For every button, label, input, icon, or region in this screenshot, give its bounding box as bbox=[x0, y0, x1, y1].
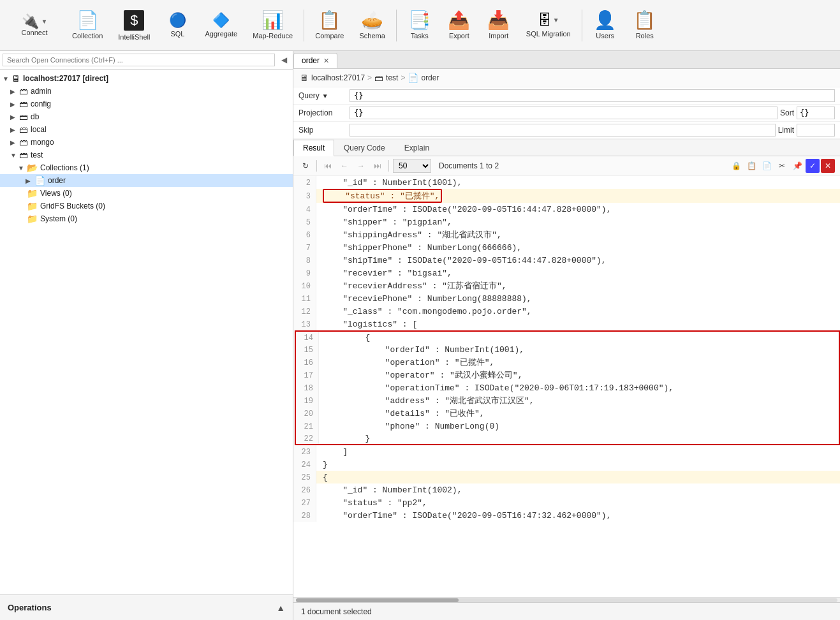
tab-order[interactable]: order ✕ bbox=[293, 53, 337, 68]
tree-label-db: db bbox=[31, 112, 39, 121]
line-number: 8 bbox=[293, 254, 316, 267]
connect-label: Connect bbox=[22, 29, 48, 36]
tree-label-system: System (0) bbox=[40, 214, 77, 223]
paste-icon[interactable]: 📄 bbox=[760, 159, 774, 173]
tree-item-db[interactable]: ▶ 🗃 db bbox=[0, 110, 293, 123]
tab-close-order[interactable]: ✕ bbox=[323, 57, 329, 65]
tree-arrow-test: ▼ bbox=[10, 152, 19, 159]
aggregate-label: Aggregate bbox=[205, 30, 237, 38]
connect-dropdown-arrow[interactable]: ▼ bbox=[41, 18, 48, 25]
check-icon[interactable]: ✓ bbox=[806, 159, 820, 173]
toolbar-compare[interactable]: 📋 Compare bbox=[308, 4, 351, 47]
line-number: 17 bbox=[296, 369, 319, 381]
toolbar-collection[interactable]: 📄 Collection bbox=[65, 4, 110, 47]
line-content: "recevierAddress" : "江苏省宿迁市", bbox=[316, 279, 840, 292]
line-content: "details" : "已收件", bbox=[319, 407, 839, 420]
tab-result[interactable]: Result bbox=[293, 140, 334, 156]
main-layout: ◀ ▼ 🖥 localhost:27017 [direct] ▶ 🗃 admin… bbox=[0, 51, 840, 620]
tab-bar: order ✕ bbox=[293, 51, 840, 69]
paste2-icon[interactable]: 📌 bbox=[790, 159, 804, 173]
horizontal-scrollbar[interactable] bbox=[293, 597, 840, 602]
tree-item-mongo[interactable]: ▶ 🗃 mongo bbox=[0, 136, 293, 149]
schema-icon: 🥧 bbox=[361, 11, 383, 29]
code-line-5: 5 "shipper" : "pigpian", bbox=[293, 216, 840, 228]
code-line-19: 19 "address" : "湖北省武汉市江汉区", bbox=[295, 394, 840, 407]
toolbar-divider-3 bbox=[582, 10, 582, 41]
line-number: 20 bbox=[296, 407, 319, 420]
limit-input[interactable] bbox=[797, 124, 835, 137]
mapreduce-icon: 📊 bbox=[262, 11, 284, 29]
tree-item-local[interactable]: ▶ 🗃 local bbox=[0, 123, 293, 136]
sql-icon: 🔵 bbox=[169, 13, 186, 27]
query-label: Query ▼ bbox=[298, 91, 350, 100]
skip-input[interactable] bbox=[350, 124, 776, 137]
line-content: } bbox=[316, 458, 840, 471]
query-row: Query ▼ bbox=[293, 87, 840, 105]
tree-arrow-order: ▶ bbox=[26, 177, 34, 184]
tree-item-test[interactable]: ▼ 🗃 test bbox=[0, 149, 293, 161]
toolbar-import[interactable]: 📥 Import bbox=[480, 4, 518, 47]
operations-panel[interactable]: Operations ▲ bbox=[0, 594, 293, 620]
code-area: 2 "_id" : NumberInt(1001),3 "status" : "… bbox=[293, 176, 840, 597]
code-line-20: 20 "details" : "已收件", bbox=[295, 407, 840, 420]
scroll-track bbox=[296, 598, 837, 602]
toolbar-sql-migration[interactable]: 🗄 ▼ SQL Migration bbox=[519, 4, 578, 47]
toolbar-sql[interactable]: 🔵 SQL bbox=[158, 4, 196, 47]
next-page-button[interactable]: → bbox=[354, 159, 368, 173]
lock-icon[interactable]: 🔒 bbox=[729, 159, 743, 173]
first-page-button[interactable]: ⏮ bbox=[321, 159, 335, 173]
refresh-button[interactable]: ↻ bbox=[298, 159, 313, 173]
toolbar-export[interactable]: 📤 Export bbox=[440, 4, 478, 47]
breadcrumb-sep2: > bbox=[401, 73, 405, 82]
toolbar-mapreduce[interactable]: 📊 Map-Reduce bbox=[246, 4, 300, 47]
line-number: 16 bbox=[296, 356, 319, 369]
cut-icon[interactable]: ✂ bbox=[775, 159, 789, 173]
query-dropdown-icon[interactable]: ▼ bbox=[322, 92, 328, 100]
query-input[interactable] bbox=[350, 89, 835, 102]
toolbar-users[interactable]: 👤 Users bbox=[586, 4, 624, 47]
tab-explain[interactable]: Explain bbox=[395, 140, 439, 156]
sidebar-collapse-button[interactable]: ◀ bbox=[277, 54, 290, 66]
toolbar-connect[interactable]: 🔌 ▼ Connect bbox=[5, 4, 64, 47]
tree-item-config[interactable]: ▶ 🗃 config bbox=[0, 98, 293, 110]
line-content: "_class" : "com.mongodemo.pojo.order", bbox=[316, 305, 840, 318]
delete-icon[interactable]: ✕ bbox=[821, 159, 835, 173]
copy-icon[interactable]: 📋 bbox=[744, 159, 758, 173]
tree-item-admin[interactable]: ▶ 🗃 admin bbox=[0, 85, 293, 98]
code-line-26: 26 "_id" : NumberInt(1002), bbox=[293, 483, 840, 496]
toolbar-schema[interactable]: 🥧 Schema bbox=[352, 4, 392, 47]
sort-input[interactable] bbox=[797, 107, 835, 119]
tree-item-localhost[interactable]: ▼ 🖥 localhost:27017 [direct] bbox=[0, 72, 293, 85]
toolbar-aggregate[interactable]: 🔷 Aggregate bbox=[198, 4, 244, 47]
toolbar-roles[interactable]: 📋 Roles bbox=[626, 4, 664, 47]
search-input[interactable] bbox=[3, 54, 275, 66]
tree-item-system[interactable]: ▶ 📁 System (0) bbox=[0, 212, 293, 225]
sidebar-search-bar: ◀ bbox=[0, 51, 293, 70]
intellishell-label: IntelliShell bbox=[118, 33, 150, 41]
highlighted-status-value: "status" : "已揽件", bbox=[323, 189, 442, 203]
last-page-button[interactable]: ⏭ bbox=[371, 159, 385, 173]
prev-page-button[interactable]: ← bbox=[337, 159, 351, 173]
tree-item-gridfs[interactable]: ▶ 📁 GridFS Buckets (0) bbox=[0, 200, 293, 212]
sql-migration-dropdown-arrow[interactable]: ▼ bbox=[553, 17, 559, 24]
toolbar-intellishell[interactable]: $ IntelliShell bbox=[111, 4, 157, 47]
tab-order-label: order bbox=[302, 56, 320, 65]
views-icon: 📁 bbox=[27, 188, 38, 198]
status-bar: 1 document selected bbox=[293, 602, 840, 620]
tree-item-collections[interactable]: ▼ 📂 Collections (1) bbox=[0, 161, 293, 174]
tab-query-code[interactable]: Query Code bbox=[334, 140, 395, 156]
tree-item-views[interactable]: ▶ 📁 Views (0) bbox=[0, 187, 293, 200]
page-size-select[interactable]: 10 25 50 100 250 bbox=[393, 159, 431, 173]
line-content: "status" : "pp2", bbox=[316, 496, 840, 509]
code-line-21: 21 "phone" : NumberLong(0) bbox=[295, 420, 840, 432]
line-content: "shipTime" : ISODate("2020-09-05T16:44:4… bbox=[316, 254, 840, 267]
tree-item-order[interactable]: ▶ 📄 order bbox=[0, 174, 293, 187]
sql-migration-icon: 🗄 bbox=[538, 13, 552, 27]
code-line-16: 16 "operation" : "已揽件", bbox=[295, 356, 840, 369]
toolbar-divider-2 bbox=[396, 10, 397, 41]
code-line-4: 4 "orderTime" : ISODate("2020-09-05T16:4… bbox=[293, 203, 840, 216]
projection-input[interactable] bbox=[350, 107, 777, 119]
toolbar-tasks[interactable]: 📑 Tasks bbox=[401, 4, 439, 47]
import-label: Import bbox=[489, 32, 508, 40]
code-line-22: 22 } bbox=[295, 432, 840, 445]
